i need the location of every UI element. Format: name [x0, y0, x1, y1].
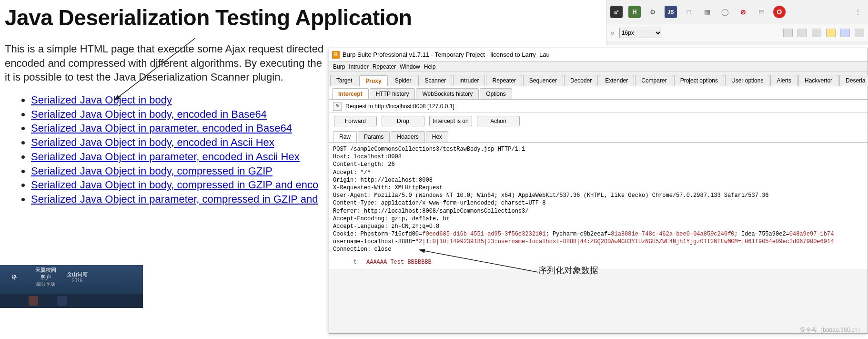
tab-scanner[interactable]: Scanner [418, 75, 452, 86]
tab-intruder[interactable]: Intruder [453, 75, 485, 86]
raw-request-editor[interactable]: POST /sampleCommonsCollections3/testRawB… [329, 143, 868, 269]
tab-decoder[interactable]: Decoder [564, 75, 598, 86]
burp-menubar: Burp Intruder Repeater Window Help [329, 62, 868, 72]
desktop-icon-net[interactable]: 络 [3, 274, 26, 281]
burp-window: B Burp Suite Professional v1.7.11 - Temp… [329, 48, 868, 334]
ext-icon[interactable]: ▤ [755, 6, 767, 18]
desktop-icon-tianyi[interactable]: 天翼校园客户 端分享版 [34, 267, 57, 288]
view-headers[interactable]: Headers [391, 131, 424, 142]
ext-icon-hackbar[interactable]: H [628, 6, 641, 18]
view-raw[interactable]: Raw [333, 131, 357, 142]
subtab-http-history[interactable]: HTTP history [370, 88, 415, 99]
burp-titlebar: B Burp Suite Professional v1.7.11 - Temp… [329, 48, 868, 62]
toolbar-btn[interactable] [797, 29, 807, 37]
link-param-gzip-enc[interactable]: Serialized Java Object in parameter, com… [31, 193, 318, 205]
ext-icon[interactable]: O [773, 6, 786, 18]
link-body-gzip-enc[interactable]: Serialized Java Object in body, compress… [31, 179, 318, 191]
tab-repeater[interactable]: Repeater [486, 75, 522, 86]
tab-alerts[interactable]: Alerts [770, 75, 797, 86]
subtab-websockets-history[interactable]: WebSockets history [416, 88, 479, 99]
tab-hackvertor[interactable]: Hackvertor [798, 75, 838, 86]
menu-intruder[interactable]: Intruder [349, 63, 368, 70]
browser-toolbar: a° H ⚙ JB □ ▦ ◯ ⊘ ▤ O ⋮ » 16px [606, 0, 868, 45]
edit-icon[interactable]: ✎ [333, 102, 342, 111]
ext-icon-jb[interactable]: JB [665, 6, 677, 18]
request-to-label: Request to http://localhost:8008 [127.0.… [345, 103, 454, 110]
action-button[interactable]: Action [477, 116, 520, 126]
tab-user-options[interactable]: User options [725, 75, 769, 86]
link-body-asciihex[interactable]: Serialized Java Object in body, encoded … [31, 136, 274, 148]
tab-proxy[interactable]: Proxy [359, 75, 387, 86]
intercept-toggle-button[interactable]: Intercept is on [429, 116, 472, 126]
ext-icon[interactable]: ⊘ [737, 6, 749, 18]
tab-deserial[interactable]: Deseria [839, 75, 868, 86]
page-title: Java Deserialization Testing Application [5, 5, 434, 31]
ext-icon[interactable]: □ [683, 6, 695, 18]
toolbar-btn[interactable] [783, 29, 793, 37]
burp-title-text: Burp Suite Professional v1.7.11 - Tempor… [343, 51, 550, 58]
link-body-base64[interactable]: Serialized Java Object in body, encoded … [31, 108, 267, 120]
forward-button[interactable]: Forward [334, 116, 377, 126]
burp-logo-icon: B [332, 51, 340, 59]
view-hex[interactable]: Hex [426, 131, 448, 142]
ext-icon[interactable]: a° [610, 6, 623, 18]
desktop-icon-kingsoft[interactable]: 金山词霸 2016 [66, 271, 89, 283]
menu-burp[interactable]: Burp [333, 63, 345, 70]
link-body-gzip[interactable]: Serialized Java Object in body, compress… [31, 165, 273, 177]
subtab-intercept[interactable]: Intercept [332, 88, 369, 99]
burp-proxy-subtabs: Intercept HTTP history WebSockets histor… [329, 86, 868, 100]
menu-window[interactable]: Window [400, 63, 420, 70]
menu-icon[interactable]: ⋮ [852, 6, 864, 18]
request-target-row: ✎ Request to http://localhost:8008 [127.… [329, 100, 868, 113]
toolbar-btn[interactable] [855, 29, 864, 37]
toolbar-btn[interactable] [826, 29, 836, 37]
annotation-text: 序列化对象数据 [538, 265, 598, 276]
intercept-buttons: Forward Drop Intercept is on Action [329, 113, 868, 129]
link-param-asciihex[interactable]: Serialized Java Object in parameter, enc… [31, 151, 300, 163]
tab-comparer[interactable]: Comparer [635, 75, 673, 86]
taskbar-app-icon[interactable] [29, 296, 38, 306]
taskbar [0, 294, 143, 308]
font-size-select[interactable]: 16px [619, 28, 662, 38]
tab-sequencer[interactable]: Sequencer [523, 75, 563, 86]
toolbar-btn[interactable] [840, 29, 850, 37]
link-raw-body[interactable]: Serialized Java Object in body [31, 94, 172, 106]
subtab-options[interactable]: Options [480, 88, 512, 99]
menu-help[interactable]: Help [424, 63, 436, 70]
link-param-base64[interactable]: Serialized Java Object in parameter, enc… [31, 122, 292, 134]
drop-button[interactable]: Drop [382, 116, 424, 126]
ext-icon[interactable]: ▦ [701, 6, 713, 18]
menu-repeater[interactable]: Repeater [373, 63, 396, 70]
burp-main-tabs: Target Proxy Spider Scanner Intruder Rep… [329, 72, 868, 86]
desktop-icons: 络 天翼校园客户 端分享版 金山词霸 2016 [0, 265, 89, 289]
tab-spider[interactable]: Spider [389, 75, 418, 86]
gear-icon[interactable]: ⚙ [646, 6, 659, 18]
chevron-right-icon[interactable]: » [610, 29, 615, 37]
view-params[interactable]: Params [358, 131, 390, 142]
toolbar-btn[interactable] [812, 29, 821, 37]
ext-icon[interactable]: ◯ [719, 6, 731, 18]
watermark: 安全客（bobao.360.cn） [800, 326, 863, 334]
tab-target[interactable]: Target [330, 75, 358, 86]
tab-extender[interactable]: Extender [599, 75, 634, 86]
tab-project-options[interactable]: Project options [674, 75, 724, 86]
request-view-tabs: Raw Params Headers Hex [329, 129, 868, 143]
taskbar-app-icon[interactable] [57, 296, 67, 306]
